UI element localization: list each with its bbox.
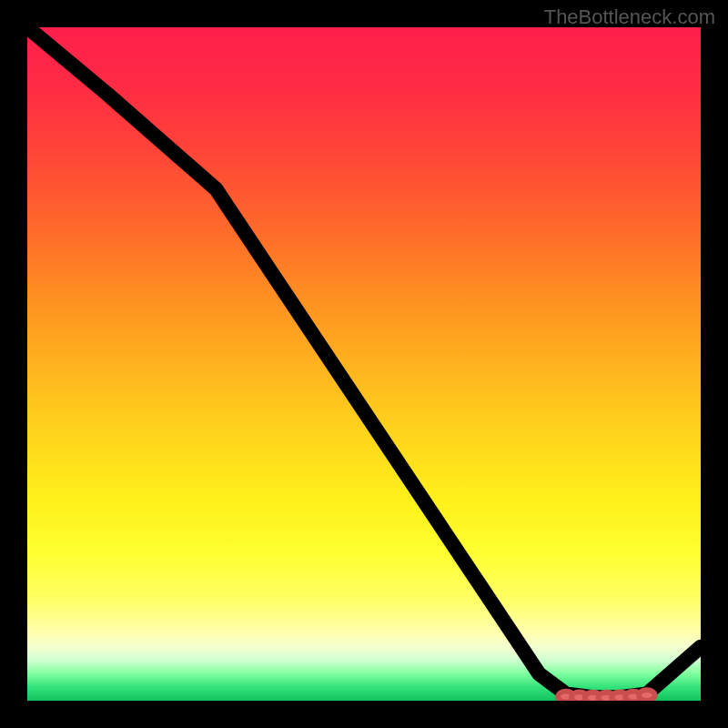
chart-marker — [639, 690, 655, 701]
chart-line — [27, 27, 701, 697]
chart-overlay — [27, 27, 701, 701]
watermark-text: TheBottleneck.com — [544, 5, 715, 29]
chart-markers — [558, 690, 655, 701]
